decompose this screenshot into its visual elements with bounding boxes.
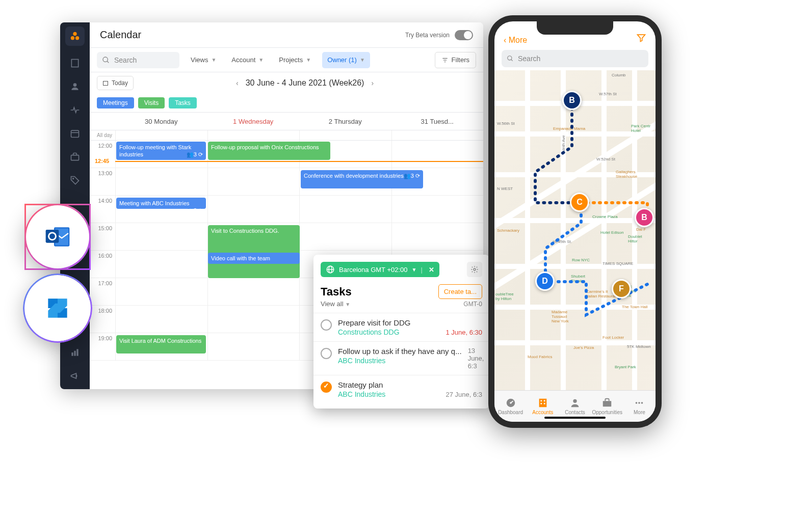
svg-rect-38 (540, 403, 542, 404)
phone-search-input[interactable]: Search (502, 50, 648, 67)
map-marker[interactable]: F (612, 279, 631, 298)
date-bar: Today ‹ 30 June - 4 June 2021 (Week26) › (90, 72, 483, 94)
svg-rect-2 (46, 230, 59, 243)
tag-icon[interactable] (69, 174, 81, 186)
map-view[interactable]: Columb W.57th St W.56th St Empanada Mama… (494, 70, 656, 390)
view-all-dropdown[interactable]: View all ▼ (321, 300, 350, 308)
svg-point-20 (103, 57, 108, 62)
task-checkbox[interactable] (321, 319, 332, 331)
svg-rect-15 (71, 155, 79, 160)
task-item[interactable]: Strategy plan ABC Industries 27 June, 6:… (313, 375, 489, 403)
now-line (115, 161, 483, 162)
chart-icon[interactable] (69, 346, 81, 359)
owner-dropdown[interactable]: Owner (1)▼ (322, 52, 370, 68)
svg-point-12 (73, 83, 77, 87)
svg-rect-0 (54, 227, 69, 246)
exchange-integration (24, 275, 91, 341)
tasks-panel: Barcelona GMT +02:00 ▼ | ✕ Tasks Create … (313, 255, 489, 409)
tab-more[interactable]: More (623, 391, 656, 422)
map-marker[interactable]: D (535, 271, 555, 291)
category-tags: Meetings Visits Tasks (90, 94, 483, 112)
task-checkbox[interactable] (321, 382, 332, 393)
filter-icon[interactable] (636, 33, 646, 45)
svg-point-40 (573, 399, 577, 403)
svg-rect-18 (74, 351, 75, 356)
svg-rect-25 (103, 81, 108, 86)
map-marker[interactable]: B (635, 208, 654, 227)
day-column: 30 Monday (115, 113, 207, 130)
today-button[interactable]: Today (97, 76, 134, 90)
event[interactable]: Visit Laura of ADM Constructions (116, 335, 206, 353)
event[interactable]: Follow-up proposal with Onix Constructio… (208, 142, 330, 160)
date-range: 30 June - 4 June 2021 (Week26) (246, 78, 364, 88)
svg-rect-1 (55, 229, 68, 246)
svg-rect-35 (539, 399, 546, 407)
briefcase-icon[interactable] (69, 151, 81, 163)
allday-row: All day (90, 130, 483, 141)
svg-point-6 (75, 36, 79, 40)
tag-visits[interactable]: Visits (138, 97, 165, 108)
settings-button[interactable] (467, 262, 482, 277)
account-dropdown[interactable]: Account▼ (227, 52, 268, 68)
svg-point-4 (73, 32, 76, 36)
svg-line-31 (511, 60, 513, 61)
map-marker[interactable]: C (570, 193, 589, 212)
app-logo[interactable] (65, 26, 85, 46)
day-column: 31 Tuesd... (391, 113, 484, 130)
globe-icon (326, 265, 335, 274)
tasks-title: Tasks (321, 285, 352, 298)
svg-point-16 (73, 178, 74, 179)
megaphone-icon[interactable] (69, 370, 81, 382)
svg-point-29 (474, 268, 476, 270)
projects-dropdown[interactable]: Projects▼ (275, 52, 315, 68)
map-marker[interactable]: B (562, 91, 582, 110)
page-title: Calendar (100, 29, 141, 41)
back-button[interactable]: ‹ More (504, 36, 527, 45)
day-column: 1 Wednesday (207, 113, 300, 130)
views-dropdown[interactable]: Views▼ (187, 52, 220, 68)
event[interactable]: Video call with the team (208, 253, 300, 264)
user-icon[interactable] (69, 80, 81, 93)
mobile-preview: ‹ More Search Columb W.57th (488, 15, 662, 428)
filters-button[interactable]: Filters (435, 52, 476, 68)
search-input[interactable]: Search (97, 52, 179, 68)
svg-point-42 (636, 402, 638, 404)
task-item[interactable]: Prepare visit for DDG Constructions DDG … (313, 313, 489, 341)
svg-rect-41 (603, 401, 612, 406)
svg-point-30 (508, 56, 512, 60)
exchange-icon (43, 294, 72, 322)
beta-toggle[interactable] (455, 30, 473, 40)
event[interactable]: Visit to Constructions DDG. (208, 225, 300, 278)
svg-rect-37 (544, 400, 545, 402)
timezone-chip[interactable]: Barcelona GMT +02:00 ▼ | ✕ (321, 262, 439, 277)
svg-rect-36 (540, 400, 542, 402)
task-item[interactable]: Follow up to ask if they have any q... A… (313, 341, 489, 375)
date-navigation: ‹ 30 June - 4 June 2021 (Week26) › (236, 78, 374, 88)
prev-week[interactable]: ‹ (236, 79, 239, 87)
search-icon (507, 55, 514, 62)
event[interactable]: Follow-up meeting with Stark industries👥… (116, 142, 206, 160)
event[interactable]: Meeting with ABC Industries👥3 ⟳ (116, 198, 206, 209)
beta-label: Try Beta version (405, 32, 450, 39)
svg-rect-19 (76, 349, 78, 356)
tag-tasks[interactable]: Tasks (169, 97, 197, 108)
topbar: Calendar Try Beta version (90, 22, 483, 48)
svg-line-21 (107, 61, 109, 63)
tag-meetings[interactable]: Meetings (97, 97, 134, 108)
next-week[interactable]: › (371, 79, 374, 87)
event[interactable]: Conference with development industries👥3… (301, 170, 423, 188)
outlook-icon (43, 223, 72, 251)
svg-rect-7 (71, 60, 78, 67)
create-task-button[interactable]: Create ta... (438, 284, 482, 299)
activity-icon[interactable] (69, 104, 81, 116)
now-time-label: 12:45 (95, 158, 109, 164)
day-header: 30 Monday 1 Wednesday 2 Thursday 31 Tues… (90, 112, 483, 130)
outlook-integration (24, 204, 91, 270)
building-icon[interactable] (69, 57, 81, 69)
svg-point-44 (641, 402, 643, 404)
svg-rect-13 (71, 130, 79, 137)
task-checkbox[interactable] (321, 348, 332, 359)
calendar-icon[interactable] (69, 127, 81, 140)
close-icon[interactable]: ✕ (429, 266, 434, 274)
tab-dashboard[interactable]: Dashboard (494, 391, 527, 422)
